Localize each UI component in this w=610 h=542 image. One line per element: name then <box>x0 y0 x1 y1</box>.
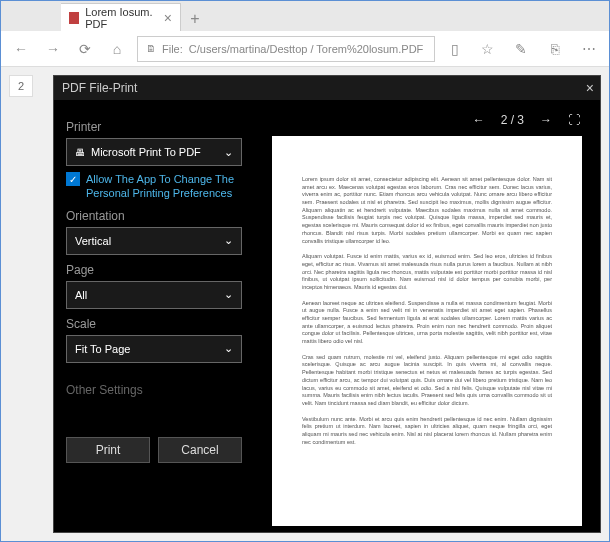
forward-button[interactable]: → <box>41 37 65 61</box>
fullscreen-icon[interactable]: ⛶ <box>568 113 580 127</box>
chevron-down-icon: ⌄ <box>224 146 233 159</box>
preview-text: Vestibulum nunc ante. Morbi et arcu quis… <box>302 416 552 447</box>
tab-title: Lorem Iosum. PDF <box>85 6 164 30</box>
refresh-button[interactable]: ⟳ <box>73 37 97 61</box>
tab-bar: Lorem Iosum. PDF × + <box>1 1 609 31</box>
button-row: Print Cancel <box>66 437 242 463</box>
preview-page: Lorem ipsum dolor sit amet, consectetur … <box>272 136 582 526</box>
browser-window: Lorem Iosum. PDF × + ← → ⟳ ⌂ 🗎 File: C/u… <box>0 0 610 542</box>
page-selected: All <box>75 289 87 301</box>
url-bar[interactable]: 🗎 File: C/users/martina/Desttop / Torem%… <box>137 36 435 62</box>
printer-label: Printer <box>66 120 242 134</box>
url-path: C/users/martina/Desttop / Torem%20losum.… <box>189 43 424 55</box>
browser-tab[interactable]: Lorem Iosum. PDF × <box>61 3 181 31</box>
star-icon[interactable]: ☆ <box>475 37 499 61</box>
chevron-down-icon: ⌄ <box>224 342 233 355</box>
next-page-button[interactable]: → <box>540 113 552 127</box>
prev-page-button[interactable]: ← <box>473 113 485 127</box>
nav-bar: ← → ⟳ ⌂ 🗎 File: C/users/martina/Desttop … <box>1 31 609 67</box>
orientation-selected: Vertical <box>75 235 111 247</box>
other-settings-link[interactable]: Other Settings <box>66 383 242 397</box>
close-dialog-button[interactable]: × <box>586 80 594 96</box>
back-button[interactable]: ← <box>9 37 33 61</box>
scale-dropdown[interactable]: Fit To Page ⌄ <box>66 335 242 363</box>
orientation-dropdown[interactable]: Vertical ⌄ <box>66 227 242 255</box>
printer-icon: 🖶 <box>75 147 85 158</box>
preview-header: ← 2 / 3 → ⛶ <box>262 108 592 132</box>
chevron-down-icon: ⌄ <box>224 288 233 301</box>
printer-dropdown[interactable]: 🖶 Microsoft Print To PDF ⌄ <box>66 138 242 166</box>
chevron-down-icon: ⌄ <box>224 234 233 247</box>
checkbox-label: Allow The App To Change The Personal Pri… <box>86 172 242 201</box>
print-dialog: PDF File-Print × Printer 🖶 Microsoft Pri… <box>53 75 601 533</box>
menu-icon[interactable]: ⋯ <box>577 37 601 61</box>
pdf-icon <box>69 12 79 24</box>
scale-label: Scale <box>66 317 242 331</box>
page-label: Page <box>66 263 242 277</box>
preview-text: Lorem ipsum dolor sit amet, consectetur … <box>302 176 552 245</box>
checkbox-icon: ✓ <box>66 172 80 186</box>
preview-text: Aliquam volutpat. Fusce id enim mattis, … <box>302 253 552 291</box>
scale-selected: Fit To Page <box>75 343 130 355</box>
printer-selected: Microsoft Print To PDF <box>91 146 201 158</box>
page-counter: 2 / 3 <box>501 113 524 127</box>
home-button[interactable]: ⌂ <box>105 37 129 61</box>
orientation-label: Orientation <box>66 209 242 223</box>
file-icon: 🗎 <box>146 43 156 54</box>
reading-mode-icon[interactable]: ▯ <box>443 37 467 61</box>
page-indicator: 2 <box>9 75 33 97</box>
preview-panel: ← 2 / 3 → ⛶ Lorem ipsum dolor sit amet, … <box>254 100 600 532</box>
cancel-button[interactable]: Cancel <box>158 437 242 463</box>
dialog-title-bar: PDF File-Print × <box>54 76 600 100</box>
preview-text: Cras sed quam rutrum, molestie mi vel, e… <box>302 354 552 408</box>
new-tab-button[interactable]: + <box>181 7 209 31</box>
edit-icon[interactable]: ✎ <box>509 37 533 61</box>
url-prefix: File: <box>162 43 183 55</box>
print-button[interactable]: Print <box>66 437 150 463</box>
preview-text: Aenean laoreet neque ac ultrices eleifen… <box>302 300 552 346</box>
share-icon[interactable]: ⎘ <box>543 37 567 61</box>
dialog-title: PDF File-Print <box>62 81 137 95</box>
close-tab-icon[interactable]: × <box>164 10 172 26</box>
settings-panel: Printer 🖶 Microsoft Print To PDF ⌄ ✓ All… <box>54 100 254 532</box>
page-dropdown[interactable]: All ⌄ <box>66 281 242 309</box>
dialog-body: Printer 🖶 Microsoft Print To PDF ⌄ ✓ All… <box>54 100 600 532</box>
preferences-checkbox-row[interactable]: ✓ Allow The App To Change The Personal P… <box>66 172 242 201</box>
